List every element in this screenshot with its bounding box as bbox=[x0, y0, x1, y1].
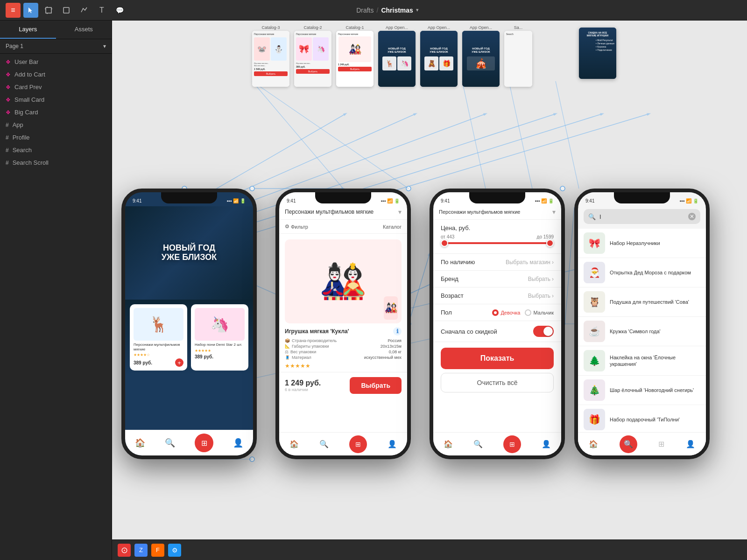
nav-profile[interactable]: 👤 bbox=[686, 440, 695, 448]
layer-cardprev[interactable]: ❖ Card Prev bbox=[0, 81, 112, 93]
discount-toggle[interactable] bbox=[533, 326, 554, 337]
result-item-7[interactable]: 🎁 Набор подарочный 'ТиПолни' bbox=[578, 405, 706, 434]
chrome-icon: Z bbox=[139, 546, 143, 553]
hero-text-line1: НОВЫЙ ГОД bbox=[162, 244, 217, 253]
p4-search-bar[interactable]: 🔍 I ✕ bbox=[584, 209, 700, 224]
text-tool[interactable]: T bbox=[94, 3, 109, 18]
frame-tool[interactable] bbox=[41, 3, 56, 18]
nav-grid-active[interactable]: ⊞ bbox=[195, 434, 213, 452]
mini-frame-appopen2: App Open... НОВЫЙ ГОДУЖЕ БЛИЗОК 🧸 🎁 bbox=[420, 25, 458, 87]
layer-search[interactable]: # Search bbox=[0, 144, 112, 156]
nav-home[interactable]: 🏠 bbox=[135, 438, 145, 448]
mini-frame-box[interactable]: Search bbox=[504, 31, 532, 87]
svg-point-28 bbox=[250, 457, 254, 462]
p2-filter-btn[interactable]: ⚙Фильтр bbox=[285, 224, 308, 230]
phone4-search: 9:41 ▪▪▪ 📶 🔋 🔍 I ✕ 🎀 Набор Неразлучники bbox=[574, 189, 710, 459]
mini-frame-sa: Sa... Search bbox=[504, 25, 532, 87]
project-name[interactable]: Christmas bbox=[381, 7, 413, 14]
p2-info-icon[interactable]: ℹ bbox=[393, 327, 402, 336]
result-item-2[interactable]: 🎅 Открытка Дед Мороза с подарком bbox=[578, 258, 706, 287]
layer-userbar[interactable]: ❖ User Bar bbox=[0, 56, 112, 68]
mini-frame-box[interactable]: Персонажи мягкие 🐭 ⛄ Игровая мягкая... Ф… bbox=[252, 31, 289, 87]
p2-catalog-link[interactable]: Каталог bbox=[383, 224, 402, 230]
nav-profile[interactable]: 👤 bbox=[233, 438, 243, 448]
p2-mat-label: Материал bbox=[292, 355, 311, 360]
phone-notch bbox=[161, 192, 217, 203]
p2-weight-val: 0,08 кг bbox=[389, 350, 402, 354]
layer-profile[interactable]: # Profile bbox=[0, 131, 112, 144]
pen-tool[interactable] bbox=[77, 3, 92, 18]
bottom-taskbar: ⊙ Z F ⚙ bbox=[112, 539, 747, 560]
nav-search[interactable]: 🔍 bbox=[473, 440, 483, 448]
nav-search[interactable]: 🔍 bbox=[165, 438, 175, 448]
p2-header-title: Персонажи мультфильмов мягкие bbox=[285, 209, 374, 215]
search-clear-btn[interactable]: ✕ bbox=[688, 213, 696, 220]
frame-icon: # bbox=[6, 160, 9, 166]
mini-frame-box[interactable]: НОВЫЙ ГОДУЖЕ БЛИЗОК 🧸 🎁 bbox=[420, 31, 458, 87]
taskbar-app-chrome[interactable]: Z bbox=[134, 544, 148, 557]
select-tool[interactable] bbox=[23, 3, 38, 18]
result-item-1[interactable]: 🎀 Набор Неразлучники bbox=[578, 229, 706, 258]
taskbar-app-settings[interactable]: ⚙ bbox=[168, 544, 181, 557]
phone-notch bbox=[469, 192, 525, 203]
p2-origin-label: Страна-производитель bbox=[292, 338, 337, 343]
tab-layers[interactable]: Layers bbox=[0, 21, 56, 39]
nav-grid[interactable]: ⊞ bbox=[658, 440, 664, 448]
p3-brand-row[interactable]: Бренд Выбрать › bbox=[433, 271, 561, 287]
toggle-knob bbox=[543, 327, 553, 336]
component-icon: ❖ bbox=[6, 97, 11, 103]
layers-panel: ❖ User Bar ❖ Add to Cart ❖ Card Prev ❖ S… bbox=[0, 54, 112, 560]
slider-left-handle[interactable] bbox=[441, 239, 448, 247]
layer-app[interactable]: # App bbox=[0, 119, 112, 131]
canvas[interactable]: Catalog-3 Персонажи мягкие 🐭 ⛄ Игровая м… bbox=[112, 21, 747, 560]
p3-avail-label: По наличию bbox=[441, 259, 475, 266]
nav-search[interactable]: 🔍 bbox=[319, 440, 329, 448]
nav-home[interactable]: 🏠 bbox=[289, 440, 299, 448]
shape-tool[interactable] bbox=[59, 3, 74, 18]
p3-brand-label: Бренд bbox=[441, 275, 458, 282]
result-item-3[interactable]: 🦉 Подушка для путешествий 'Сова' bbox=[578, 287, 706, 317]
page-selector[interactable]: Page 1 ▾ bbox=[0, 39, 112, 54]
product-card-1[interactable]: 🦌 Персонажи мультфильмов мягкие ★★★★☆ 38… bbox=[130, 304, 187, 371]
p4-results-list: 🎀 Набор Неразлучники 🎅 Открытка Дед Моро… bbox=[578, 229, 706, 455]
taskbar-app-opera[interactable]: ⊙ bbox=[118, 544, 131, 557]
slider-right-handle[interactable] bbox=[546, 239, 554, 247]
p3-availability-row[interactable]: По наличию Выбрать магазин › bbox=[433, 254, 561, 271]
product-card-2[interactable]: 🦄 Набор пони Demi Star 2 шт. ★★★★★ 389 р… bbox=[191, 304, 248, 371]
result-item-6[interactable]: 🎄 Шар ёлочный 'Новогодний снегирь' bbox=[578, 376, 706, 405]
nav-grid-active[interactable]: ⊞ bbox=[503, 435, 521, 453]
result-item-5[interactable]: 🌲 Наклейка на окна 'Ёлочные украшения' bbox=[578, 346, 706, 376]
layer-smallcard[interactable]: ❖ Small Card bbox=[0, 93, 112, 106]
layer-addtocart[interactable]: ❖ Add to Cart bbox=[0, 68, 112, 81]
mini-frame-box[interactable]: НОВЫЙ ГОДУЖЕ БЛИЗОК 🦌 🦄 bbox=[378, 31, 416, 87]
layer-bigcard[interactable]: ❖ Big Card bbox=[0, 106, 112, 119]
gender-boy-option[interactable]: Мальчик bbox=[525, 309, 554, 316]
p3-show-button[interactable]: Показать bbox=[441, 348, 554, 369]
nav-home[interactable]: 🏠 bbox=[444, 440, 453, 448]
component-icon: ❖ bbox=[6, 109, 11, 116]
menu-button[interactable]: ≡ bbox=[6, 3, 21, 18]
add-card1-btn[interactable]: + bbox=[175, 358, 183, 367]
bottom-nav-2: 🏠 🔍 ⊞ 👤 bbox=[279, 432, 407, 455]
taskbar-app-figma[interactable]: F bbox=[151, 544, 164, 557]
mini-frame-box[interactable]: Персонажи мягкие 🎀 🦄 Игровая мягкая... 3… bbox=[294, 31, 331, 87]
nav-home[interactable]: 🏠 bbox=[589, 440, 598, 448]
project-chevron[interactable]: ▾ bbox=[416, 7, 419, 13]
text-icon: T bbox=[99, 6, 104, 14]
p2-buy-button[interactable]: Выбрать bbox=[350, 377, 402, 394]
mini-frame-box[interactable]: НОВЫЙ ГОДУЖЕ БЛИЗОК 🎪 bbox=[462, 31, 500, 87]
result-item-4[interactable]: ☕ Кружка 'Символ года' bbox=[578, 317, 706, 346]
mini-frame-box[interactable]: Персонажи мягкие 🎎 1 249 руб. Выбрать bbox=[336, 31, 374, 87]
tab-assets[interactable]: Assets bbox=[56, 21, 112, 39]
comment-tool[interactable]: 💬 bbox=[112, 3, 127, 18]
p3-age-row[interactable]: Возраст Выбрать › bbox=[433, 287, 561, 304]
nav-grid-active[interactable]: ⊞ bbox=[349, 435, 367, 453]
nav-profile[interactable]: 👤 bbox=[542, 440, 551, 448]
layer-searchscroll[interactable]: # Search Scroll bbox=[0, 156, 112, 169]
p3-clear-button[interactable]: Очистить всё bbox=[441, 373, 554, 392]
p2-buy-row: 1 249 руб. 6 в наличии Выбрать bbox=[279, 372, 407, 399]
gender-girl-option[interactable]: Девочка bbox=[492, 309, 520, 316]
nav-profile[interactable]: 👤 bbox=[388, 440, 397, 448]
nav-search-active[interactable]: 🔍 bbox=[620, 435, 637, 453]
frame-icon bbox=[45, 7, 52, 14]
